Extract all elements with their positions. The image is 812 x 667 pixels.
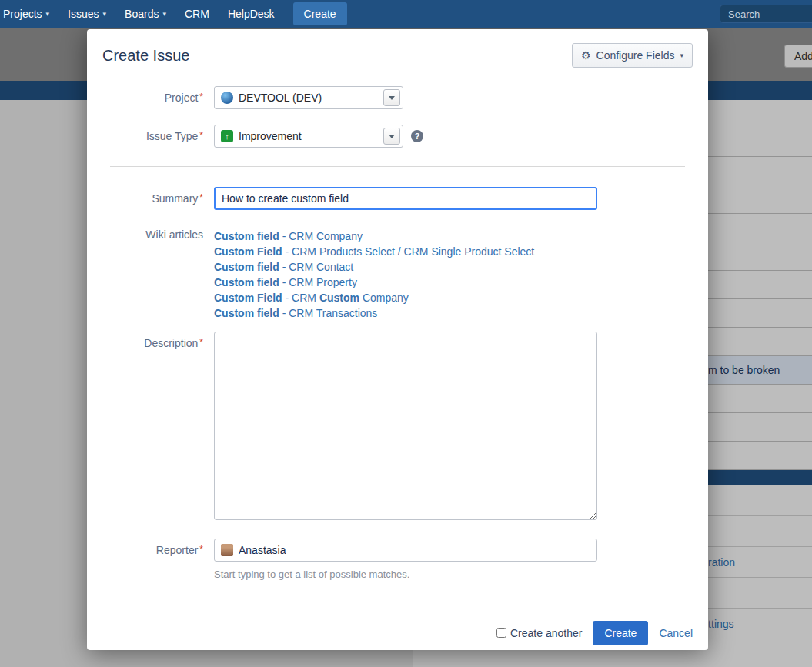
global-create-button[interactable]: Create: [293, 2, 347, 25]
wiki-link-text: Custom: [319, 292, 359, 304]
wiki-link-text: - CRM Contact: [279, 261, 353, 273]
wiki-article-link[interactable]: Custom field - CRM Transactions: [214, 305, 685, 321]
nav-issues[interactable]: Issues ▾: [68, 8, 106, 20]
description-label: Description: [110, 332, 214, 349]
wiki-link-text: Custom Field: [214, 245, 282, 258]
dialog-footer: Create another Create Cancel: [87, 615, 708, 650]
project-avatar-icon: [221, 92, 233, 104]
dialog-body: Project DEVTOOL (DEV) Issue Type ↑ Impro…: [87, 80, 708, 615]
wiki-link-text: - CRM Property: [279, 276, 357, 288]
cancel-link[interactable]: Cancel: [659, 627, 693, 639]
create-another-label[interactable]: Create another: [496, 627, 582, 639]
wiki-link-text: Custom field: [214, 261, 279, 273]
nav-projects[interactable]: Projects ▾: [3, 8, 49, 20]
reporter-label: Reporter: [110, 539, 214, 556]
issue-type-label: Issue Type: [110, 125, 214, 142]
nav-issues-label: Issues: [68, 8, 99, 20]
form-divider: [110, 166, 685, 167]
dropdown-arrow-icon[interactable]: [383, 89, 400, 106]
project-row: Project DEVTOOL (DEV): [110, 86, 685, 109]
chevron-down-icon: ▾: [162, 10, 166, 18]
gear-icon: ⚙: [581, 50, 591, 61]
dialog-header: Create Issue ⚙ Configure Fields ▾: [87, 29, 708, 80]
reporter-hint: Start typing to get a list of possible m…: [214, 569, 685, 580]
wiki-link-text: - CRM: [282, 292, 319, 304]
configure-fields-label: Configure Fields: [596, 49, 675, 62]
wiki-article-link[interactable]: Custom Field - CRM Custom Company: [214, 290, 685, 305]
nav-helpdesk[interactable]: HelpDesk: [228, 8, 275, 20]
wiki-link-text: - CRM Products Select / CRM Single Produ…: [282, 245, 535, 258]
improvement-type-icon: ↑: [221, 130, 233, 142]
wiki-link-text: Company: [359, 292, 409, 304]
reporter-field[interactable]: Anastasia: [214, 539, 597, 562]
description-row: Description: [110, 332, 685, 523]
create-another-text: Create another: [510, 627, 582, 639]
top-navbar: Projects ▾ Issues ▾ Boards ▾ CRM HelpDes…: [0, 0, 812, 28]
project-select[interactable]: DEVTOOL (DEV): [214, 86, 403, 109]
triangle-icon: [389, 135, 395, 138]
summary-row: Summary: [110, 187, 685, 210]
project-select-value: DEVTOOL (DEV): [239, 92, 322, 104]
summary-input[interactable]: [214, 187, 597, 210]
issue-type-select-value: Improvement: [239, 130, 302, 142]
wiki-link-text: - CRM Company: [279, 230, 363, 242]
wiki-link-text: Custom field: [214, 276, 279, 288]
create-submit-button[interactable]: Create: [593, 621, 648, 645]
reporter-row: Reporter Anastasia Start typing to get a…: [110, 539, 685, 580]
user-avatar: [221, 544, 233, 556]
help-icon[interactable]: ?: [411, 130, 423, 142]
dropdown-arrow-icon[interactable]: [383, 128, 400, 145]
create-issue-dialog: Create Issue ⚙ Configure Fields ▾ Projec…: [87, 29, 708, 650]
summary-label: Summary: [110, 187, 214, 205]
issue-type-row: Issue Type ↑ Improvement ?: [110, 125, 685, 148]
chevron-down-icon: ▾: [680, 52, 683, 59]
wiki-article-link[interactable]: Custom Field - CRM Products Select / CRM…: [214, 244, 685, 259]
nav-boards[interactable]: Boards ▾: [125, 8, 166, 20]
wiki-link-text: Custom Field: [214, 292, 282, 304]
nav-projects-label: Projects: [3, 8, 42, 20]
wiki-article-link[interactable]: Custom field - CRM Company: [214, 228, 685, 244]
project-label: Project: [110, 86, 214, 104]
nav-helpdesk-label: HelpDesk: [228, 8, 275, 20]
wiki-link-text: Custom field: [214, 307, 279, 319]
issue-type-select[interactable]: ↑ Improvement: [214, 125, 403, 148]
reporter-value: Anastasia: [239, 544, 286, 556]
nav-crm[interactable]: CRM: [185, 8, 209, 20]
wiki-link-text: - CRM Transactions: [279, 307, 378, 319]
nav-boards-label: Boards: [125, 8, 159, 20]
chevron-down-icon: ▾: [103, 10, 107, 18]
dialog-title: Create Issue: [102, 47, 189, 65]
configure-fields-button[interactable]: ⚙ Configure Fields ▾: [572, 43, 693, 68]
wiki-article-link[interactable]: Custom field - CRM Property: [214, 275, 685, 290]
description-textarea[interactable]: [214, 332, 597, 520]
wiki-articles-row: Wiki articles Custom field - CRM Company…: [110, 225, 685, 321]
wiki-article-link[interactable]: Custom field - CRM Contact: [214, 259, 685, 275]
create-another-checkbox[interactable]: [496, 628, 506, 638]
chevron-down-icon: ▾: [46, 10, 50, 18]
triangle-icon: [389, 96, 395, 100]
nav-crm-label: CRM: [185, 8, 209, 20]
wiki-articles-label: Wiki articles: [110, 225, 214, 241]
wiki-link-text: Custom field: [214, 230, 279, 242]
search-input[interactable]: [720, 5, 812, 23]
